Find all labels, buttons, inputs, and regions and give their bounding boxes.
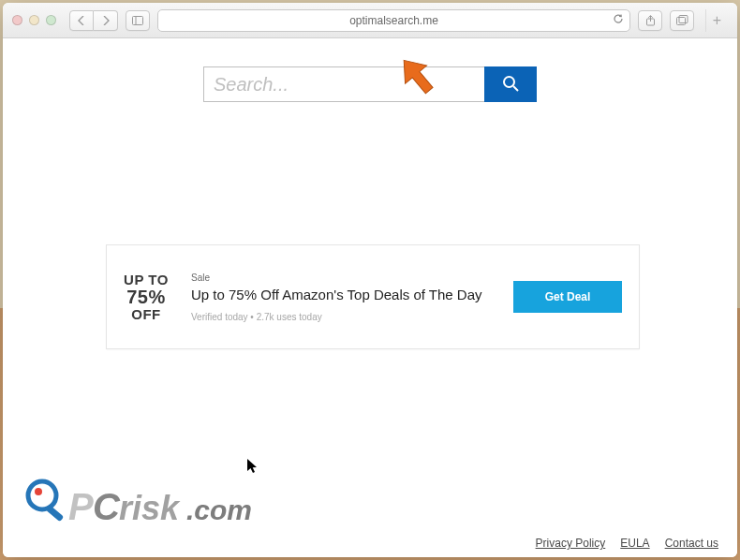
svg-text:C: C bbox=[93, 486, 121, 527]
ad-meta: Verified today • 2.7k uses today bbox=[191, 312, 508, 322]
svg-rect-0 bbox=[133, 16, 143, 24]
share-button[interactable] bbox=[638, 10, 662, 31]
ad-title: Up to 75% Off Amazon's Top Deals of The … bbox=[191, 287, 508, 302]
svg-text:P: P bbox=[68, 486, 94, 527]
browser-window: optimalsearch.me + UP TO 75% bbox=[3, 3, 737, 557]
page-content: UP TO 75% OFF Sale Up to 75% Off Amazon'… bbox=[3, 38, 737, 557]
ad-body: Sale Up to 75% Off Amazon's Top Deals of… bbox=[185, 273, 513, 322]
zoom-window-button[interactable] bbox=[46, 15, 56, 25]
ad-promo-badge: UP TO 75% OFF bbox=[107, 273, 185, 322]
svg-text:.com: .com bbox=[186, 494, 252, 525]
ad-promo-line1: UP TO bbox=[107, 273, 185, 287]
svg-point-5 bbox=[504, 77, 514, 87]
svg-rect-4 bbox=[679, 16, 688, 23]
ad-promo-percent: 75% bbox=[107, 287, 185, 307]
window-controls bbox=[12, 15, 56, 25]
svg-rect-9 bbox=[46, 505, 65, 522]
privacy-policy-link[interactable]: Privacy Policy bbox=[536, 537, 606, 550]
minimize-window-button[interactable] bbox=[29, 15, 39, 25]
ad-promo-line3: OFF bbox=[107, 307, 185, 322]
close-window-button[interactable] bbox=[12, 15, 22, 25]
svg-line-6 bbox=[513, 86, 518, 91]
contact-us-link[interactable]: Contact us bbox=[665, 537, 718, 550]
reload-icon[interactable] bbox=[613, 13, 624, 27]
svg-point-7 bbox=[28, 481, 56, 509]
new-tab-button[interactable]: + bbox=[705, 9, 728, 32]
address-bar[interactable]: optimalsearch.me bbox=[157, 9, 630, 32]
footer-links: Privacy Policy EULA Contact us bbox=[536, 537, 718, 550]
search-button[interactable] bbox=[484, 66, 537, 102]
search-bar bbox=[203, 66, 537, 102]
pcrisk-watermark: P C risk .com bbox=[16, 473, 278, 542]
back-button[interactable] bbox=[69, 10, 94, 31]
address-bar-url: optimalsearch.me bbox=[349, 14, 438, 27]
forward-button[interactable] bbox=[94, 10, 118, 31]
svg-rect-3 bbox=[676, 18, 685, 25]
svg-text:risk: risk bbox=[119, 489, 181, 527]
search-input[interactable] bbox=[203, 66, 484, 102]
get-deal-button[interactable]: Get Deal bbox=[513, 281, 622, 313]
svg-point-8 bbox=[35, 488, 42, 495]
search-icon bbox=[501, 74, 520, 96]
eula-link[interactable]: EULA bbox=[620, 537, 649, 550]
nav-buttons bbox=[69, 10, 118, 31]
sidebar-toggle-button[interactable] bbox=[126, 10, 150, 31]
ad-category: Sale bbox=[191, 273, 508, 283]
titlebar: optimalsearch.me + bbox=[3, 3, 737, 38]
ad-card: UP TO 75% OFF Sale Up to 75% Off Amazon'… bbox=[106, 244, 640, 349]
tabs-button[interactable] bbox=[670, 10, 694, 31]
